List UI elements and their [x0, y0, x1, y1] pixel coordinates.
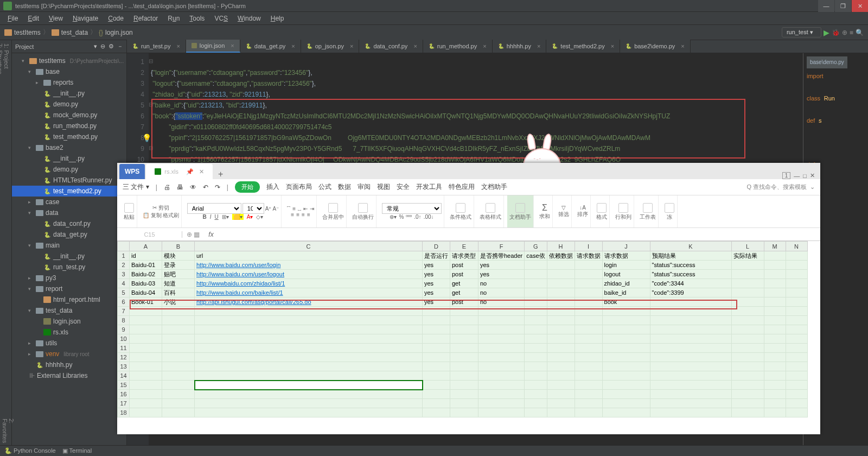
- search-icon[interactable]: 🔍: [856, 29, 864, 36]
- table-row[interactable]: 17: [118, 399, 808, 408]
- tree-node[interactable]: 🐍demo.py: [12, 164, 126, 175]
- breadcrumb-item[interactable]: login.json: [105, 29, 133, 36]
- wps-redo-icon[interactable]: ↷: [215, 183, 220, 191]
- tree-node[interactable]: ▸utils: [12, 338, 126, 349]
- breadcrumb-item[interactable]: testItems: [14, 29, 41, 36]
- menu-refactor[interactable]: Refactor: [129, 13, 162, 24]
- tree-node[interactable]: ▸py3: [12, 273, 126, 283]
- format-painter[interactable]: 格式刷: [163, 212, 179, 219]
- table-row[interactable]: 7: [118, 307, 808, 316]
- dec-inc-icon[interactable]: .0↑: [414, 214, 421, 220]
- tree-node[interactable]: 🐍hhhhh.py: [12, 359, 126, 370]
- table-row[interactable]: 8: [118, 316, 808, 325]
- wps-tab-dev[interactable]: 开发工具: [416, 182, 442, 192]
- editor-tab[interactable]: login.json×: [186, 40, 240, 53]
- sort-icon[interactable]: ↓A: [579, 205, 586, 211]
- italic-button[interactable]: I: [210, 214, 212, 220]
- currency-icon[interactable]: ⊛▾: [390, 214, 397, 220]
- tree-node[interactable]: ▾test_data: [12, 305, 126, 316]
- wps-tab-home[interactable]: 开始: [235, 181, 260, 193]
- font-color-button[interactable]: A▾: [247, 214, 253, 220]
- tree-node[interactable]: login.json: [12, 316, 126, 327]
- filter-icon[interactable]: ▽: [561, 205, 566, 211]
- wps-tab-view[interactable]: 视图: [377, 182, 390, 192]
- size-select[interactable]: 10: [242, 203, 264, 214]
- align-right-icon[interactable]: ≡: [302, 212, 305, 218]
- cut-button[interactable]: ✂ 剪切: [152, 204, 169, 212]
- editor-tab[interactable]: 🐍run_method.py×: [423, 40, 493, 53]
- sum-icon[interactable]: Σ: [542, 203, 547, 213]
- wps-close-icon[interactable]: ✕: [810, 172, 815, 179]
- wps-tab-security[interactable]: 安全: [397, 182, 410, 192]
- freeze-icon[interactable]: [665, 203, 674, 213]
- align-left-icon[interactable]: ≡: [291, 212, 294, 218]
- table-row[interactable]: 10: [118, 334, 808, 344]
- maximize-button[interactable]: ❐: [835, 0, 851, 12]
- gear-icon[interactable]: ⚙: [108, 43, 114, 50]
- tbl-fmt-icon[interactable]: [486, 203, 495, 213]
- tree-node[interactable]: 🐍run_method.py: [12, 121, 126, 131]
- tool-structure[interactable]: 7: Structure: [0, 43, 3, 438]
- tree-node[interactable]: 🐍HTMLTestRunner.py: [12, 175, 126, 186]
- align-top-icon[interactable]: ⎴: [287, 206, 290, 212]
- copy-button[interactable]: 📋 复制: [143, 212, 162, 219]
- underline-button[interactable]: U: [215, 214, 219, 220]
- doc-helper-icon[interactable]: [515, 203, 525, 213]
- table-row[interactable]: 5Baidu-04百科http://www.baidu.com/baike/li…: [118, 288, 808, 297]
- wps-tab-data[interactable]: 数据: [338, 182, 351, 192]
- formula-input[interactable]: [218, 231, 820, 238]
- menu-vcs[interactable]: VCS: [210, 13, 232, 24]
- editor-tab[interactable]: 🐍data_get.py×: [240, 40, 301, 53]
- wps-tab-doc[interactable]: 文档助手: [481, 182, 507, 192]
- table-row[interactable]: 3Baidu-02贴吧http://www.baidu.com/user/log…: [118, 270, 808, 279]
- rowcol-icon[interactable]: [618, 203, 628, 213]
- wps-logo[interactable]: WPS: [119, 164, 145, 179]
- align-center-icon[interactable]: ≡: [296, 212, 299, 218]
- table-row[interactable]: 13: [118, 362, 808, 371]
- minimize-button[interactable]: —: [818, 0, 834, 12]
- numfmt-select[interactable]: 常规: [382, 203, 442, 214]
- wrap-icon[interactable]: [358, 203, 368, 213]
- tree-node[interactable]: html_report.html: [12, 294, 126, 305]
- menu-code[interactable]: Code: [104, 13, 128, 24]
- spreadsheet-grid[interactable]: ABCDEFGHIJKLMN1id模块url是否运行请求类型是否携带header…: [117, 241, 820, 434]
- pin-icon[interactable]: 📌: [186, 168, 194, 175]
- table-row[interactable]: 15: [118, 381, 808, 390]
- wps-tab-formula[interactable]: 公式: [318, 182, 331, 192]
- tree-node[interactable]: 🐍__init__.py: [12, 153, 126, 164]
- tree-node[interactable]: 🐍test_method2.py: [12, 186, 126, 197]
- close-tab-icon[interactable]: ✕: [199, 168, 204, 175]
- tree-node[interactable]: 🐍demo.py: [12, 99, 126, 110]
- table-row[interactable]: 14: [118, 371, 808, 381]
- indent-right-icon[interactable]: ⇥: [310, 206, 314, 212]
- table-row[interactable]: 6Book-01小说http://api.ishugui.com/asg/por…: [118, 297, 808, 307]
- menu-file[interactable]: File: [3, 13, 22, 24]
- hide-icon[interactable]: －: [117, 42, 123, 50]
- menu-help[interactable]: Help: [266, 13, 289, 24]
- cond-fmt-icon[interactable]: [456, 203, 465, 213]
- dec-font-icon[interactable]: A⁻: [272, 206, 279, 212]
- tree-node[interactable]: rs.xls: [12, 327, 126, 338]
- wps-ql-icon[interactable]: 🖶: [177, 183, 183, 191]
- table-row[interactable]: 11: [118, 344, 808, 353]
- merge-icon[interactable]: [328, 203, 338, 213]
- close-button[interactable]: ✕: [852, 0, 868, 12]
- tree-node[interactable]: ▾report: [12, 283, 126, 294]
- debug-icon[interactable]: 🐞: [832, 29, 840, 36]
- new-tab-button[interactable]: +: [218, 169, 223, 179]
- lightbulb-icon[interactable]: 💡: [142, 134, 151, 142]
- run-config-dropdown[interactable]: run_test ▾: [782, 27, 821, 37]
- run-icon[interactable]: ▶: [824, 28, 829, 37]
- wps-file-tab[interactable]: rs.xls 📌 ✕: [146, 164, 213, 179]
- align-justify-icon[interactable]: ≡: [307, 212, 310, 218]
- cell-reference[interactable]: C15: [117, 231, 182, 238]
- fx-tools[interactable]: ⊕ ▦: [182, 231, 204, 238]
- tree-node[interactable]: ▾main: [12, 240, 126, 251]
- wps-tab-layout[interactable]: 页面布局: [286, 182, 312, 192]
- tree-node[interactable]: 🐍mock_demo.py: [12, 110, 126, 121]
- clear-fmt-button[interactable]: ◇▾: [256, 214, 263, 220]
- table-row[interactable]: 9: [118, 325, 808, 334]
- tree-node[interactable]: 🐍data_conf.py: [12, 218, 126, 229]
- comma-icon[interactable]: ººº: [406, 214, 412, 220]
- editor-tab[interactable]: 🐍op_json.py×: [301, 40, 360, 53]
